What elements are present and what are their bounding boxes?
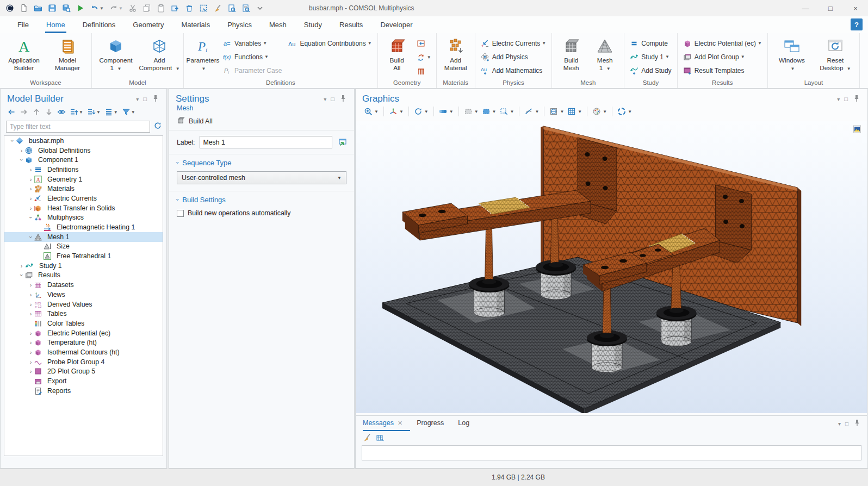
update-scene-button[interactable]: ▼ (616, 106, 634, 117)
panel-float-icon[interactable]: □ (143, 96, 147, 102)
virtual-operations-button[interactable] (415, 65, 433, 78)
forward-icon[interactable] (18, 107, 29, 117)
compute-button[interactable]: Compute (628, 36, 673, 50)
menu-tab-developer[interactable]: Developer (374, 16, 419, 33)
wireframe-rendering-button[interactable]: ▼ (548, 106, 566, 117)
electric-currents-button[interactable]: +−Electric Currents▼ (479, 36, 549, 50)
sequence-type-select[interactable]: User-controlled mesh ▼ (177, 171, 346, 184)
study-1-button[interactable]: Study 1▼ (628, 50, 673, 64)
expander-icon[interactable]: › (27, 185, 34, 192)
menu-tab-home[interactable]: Home (40, 16, 72, 33)
move-down-icon[interactable] (44, 107, 54, 117)
tree-filter-input[interactable] (6, 121, 150, 133)
panel-float-icon[interactable]: □ (331, 96, 334, 102)
add-physics-button[interactable]: Add Physics (479, 50, 549, 64)
tree-node-free-tetrahedral-1[interactable]: Free Tetrahedral 1 (4, 251, 163, 261)
expander-icon[interactable]: › (27, 301, 34, 308)
tab-messages[interactable]: Messages✕ (363, 416, 402, 431)
select-mode-button[interactable]: ▼ (462, 106, 480, 117)
delete-button[interactable] (183, 2, 196, 15)
tree-node-color-tables[interactable]: Color Tables (4, 319, 163, 328)
menu-tab-geometry[interactable]: Geometry (126, 16, 170, 33)
expander-icon[interactable]: › (27, 282, 34, 288)
expander-icon[interactable]: › (27, 291, 34, 298)
collapse-all-icon[interactable]: ▼ (86, 107, 102, 117)
build-mesh-button[interactable]: BuildMesh (555, 35, 587, 72)
tree-node-geometry-1[interactable]: ›AGeometry 1 (4, 175, 163, 184)
tree-node-views[interactable]: ›Views (4, 290, 163, 300)
clear-selection-button[interactable] (211, 2, 224, 15)
expander-icon[interactable]: › (18, 263, 25, 269)
expander-icon[interactable]: › (18, 272, 25, 279)
menu-tab-mesh[interactable]: Mesh (263, 16, 293, 33)
tree-node-electromagnetic-heating-1[interactable]: Electromagnetic Heating 1 (4, 222, 163, 232)
menu-tab-physics[interactable]: Physics (221, 16, 258, 33)
tree-node-export[interactable]: Export (4, 376, 163, 386)
model-tree-node-text-icon[interactable]: ▼ (103, 107, 119, 117)
expander-icon[interactable]: › (27, 205, 34, 211)
go-to-view-button[interactable]: ▼ (387, 106, 405, 117)
tree-node-isothermal-contours-ht[interactable]: ›Isothermal Contours (ht) (4, 347, 163, 357)
grid-button[interactable]: ▼ (566, 106, 584, 117)
save-search-button[interactable] (60, 2, 73, 15)
result-templates-button[interactable]: Result Templates (681, 64, 764, 77)
section-sequence-type[interactable]: › Sequence Type (169, 154, 354, 169)
import-geometry-button[interactable] (415, 36, 433, 50)
paste-button[interactable] (154, 2, 168, 15)
select-box-button[interactable]: ▼ (480, 106, 498, 117)
tree-node-multiphysics[interactable]: ›Multiphysics (4, 213, 163, 223)
tree-node-materials[interactable]: ›Materials (4, 184, 163, 194)
redo-button[interactable]: ▼ (107, 2, 125, 15)
panel-pin-icon[interactable] (339, 94, 348, 104)
electric-potential-button[interactable]: Electric Potential (ec)▼ (681, 36, 764, 50)
plot-thumbnail-icon[interactable] (853, 125, 861, 136)
tab-progress[interactable]: Progress (417, 416, 444, 431)
tree-node-size[interactable]: Size (4, 242, 163, 252)
tree-node-electric-currents[interactable]: ›+−Electric Currents (4, 194, 163, 203)
find-button[interactable] (225, 2, 238, 15)
run-button[interactable] (74, 2, 87, 15)
rebuild-geometry-button[interactable]: ▼ (415, 51, 433, 64)
panel-float-icon[interactable]: □ (845, 421, 848, 427)
component-1-button[interactable]: Component1 ▼ (95, 35, 137, 72)
expander-icon[interactable]: › (27, 330, 34, 337)
expander-icon[interactable]: › (27, 368, 34, 375)
tree-node-derived-values[interactable]: ›8.85e-12Derived Values (4, 300, 163, 309)
zoom-button[interactable]: ▼ (362, 106, 380, 117)
windows-button[interactable]: Windows▼ (771, 35, 813, 72)
copy-button[interactable] (140, 2, 153, 15)
tree-node-global-definitions[interactable]: ›Global Definitions (4, 146, 163, 155)
panel-menu-icon[interactable]: ▾ (837, 96, 840, 102)
build-all-geometry-button[interactable]: BuildAll (381, 35, 413, 72)
cut-button[interactable] (126, 2, 139, 15)
panel-float-icon[interactable]: □ (844, 96, 848, 102)
tree-node-component-1[interactable]: ›Component 1 (4, 155, 163, 165)
tree-node-tables[interactable]: ›Tables (4, 309, 163, 319)
panel-menu-icon[interactable]: ▾ (838, 421, 841, 427)
expander-icon[interactable]: › (27, 359, 34, 365)
expander-icon[interactable]: › (27, 166, 34, 173)
build-new-operations-checkbox[interactable] (177, 210, 184, 217)
scene-light-button[interactable]: ▼ (437, 106, 455, 117)
menu-tab-file[interactable]: File (11, 16, 35, 33)
color-theme-button[interactable]: ▼ (591, 106, 609, 117)
menu-tab-materials[interactable]: Materials (175, 16, 216, 33)
expander-icon[interactable]: › (27, 195, 34, 202)
menu-tab-results[interactable]: Results (333, 16, 369, 33)
expander-icon[interactable]: › (18, 157, 25, 164)
build-all-button[interactable]: Build All (169, 112, 354, 130)
expander-icon[interactable]: › (28, 214, 34, 221)
tree-node-temperature-ht[interactable]: ›Temperature (ht) (4, 338, 163, 347)
open-button[interactable] (32, 2, 45, 15)
help-button[interactable]: ? (851, 18, 863, 30)
tree-node-busbar-mph[interactable]: ›busbar.mph (4, 136, 163, 146)
select-entities-button[interactable]: ▼ (498, 106, 516, 117)
variables-button[interactable]: a=Variables▼ (221, 36, 284, 50)
add-plot-group-button[interactable]: Add Plot Group▼ (681, 50, 764, 64)
application-builder-button[interactable]: AApplicationBuilder (3, 35, 45, 72)
expander-icon[interactable]: › (27, 339, 34, 346)
save-button[interactable] (46, 2, 59, 15)
panel-menu-icon[interactable]: ▾ (136, 96, 139, 102)
new-file-button[interactable] (17, 2, 30, 15)
tree-node-probe-plot-group-4[interactable]: ›Probe Plot Group 4 (4, 357, 163, 367)
